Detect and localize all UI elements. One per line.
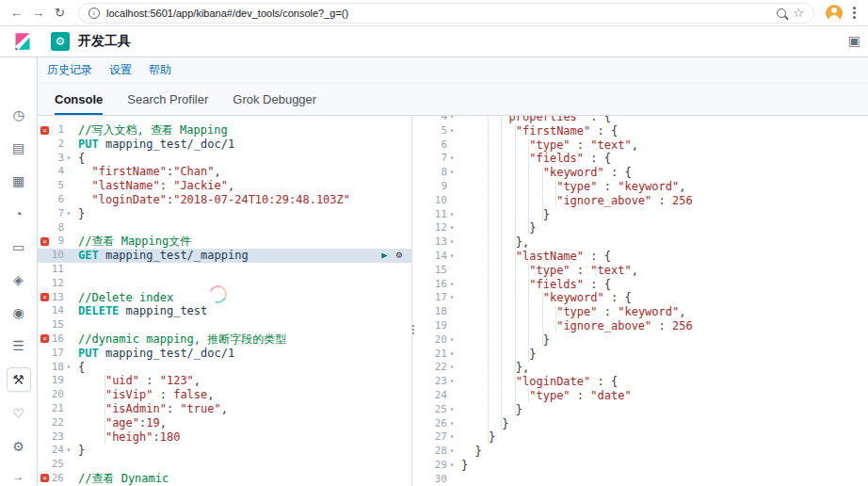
- fold-toggle-icon[interactable]: ▾: [447, 235, 457, 250]
- response-line[interactable]: 12▾ }: [415, 221, 868, 235]
- fold-toggle-icon[interactable]: ▾: [64, 361, 73, 375]
- discover-icon[interactable]: ◷: [8, 104, 30, 126]
- request-line[interactable]: 2PUT mapping_test/_doc/1: [38, 138, 411, 152]
- request-line[interactable]: 24▾}: [38, 444, 411, 458]
- request-line[interactable]: 17PUT mapping_test/_doc/1: [38, 347, 411, 361]
- header-action-icon[interactable]: ▣: [848, 33, 860, 48]
- tab-console[interactable]: Console: [55, 92, 103, 115]
- request-line[interactable]: 4 "firstName":"Chan",: [38, 165, 411, 179]
- request-line[interactable]: 19 "uid" : "123",: [38, 374, 411, 388]
- monitoring-icon[interactable]: ♡: [8, 402, 30, 425]
- request-line[interactable]: 21 "isAdmin": "true",: [38, 402, 411, 416]
- dashboard-icon[interactable]: ▦: [8, 170, 30, 192]
- fold-toggle-icon[interactable]: ▾: [447, 403, 457, 417]
- response-line[interactable]: 7▾ "fields" : {: [415, 152, 868, 166]
- browser-profile-avatar[interactable]: [826, 5, 843, 22]
- fold-toggle-icon[interactable]: ▾: [447, 333, 457, 348]
- fold-toggle-icon[interactable]: ▾: [447, 291, 457, 305]
- request-line[interactable]: 23 "heigh":180: [38, 430, 411, 445]
- fold-toggle-icon[interactable]: ▾: [447, 152, 457, 166]
- response-line[interactable]: 10 "ignore_above" : 256: [415, 194, 868, 208]
- site-info-icon[interactable]: i: [88, 8, 100, 19]
- nav-collapse-icon[interactable]: →: [0, 470, 37, 483]
- tab-grok-debugger[interactable]: Grok Debugger: [233, 92, 316, 115]
- response-line[interactable]: 8▾ "keyword" : {: [415, 166, 868, 180]
- fold-toggle-icon[interactable]: ▾: [447, 208, 457, 222]
- fold-toggle-icon[interactable]: ▾: [447, 375, 457, 389]
- send-request-button[interactable]: ▶: [381, 249, 387, 263]
- request-line[interactable]: 25: [38, 458, 411, 472]
- response-line[interactable]: 5▾ "firstName" : {: [415, 124, 868, 138]
- timelion-icon[interactable]: ◔: [8, 202, 30, 225]
- tab-search-profiler[interactable]: Search Profiler: [127, 92, 208, 115]
- response-line[interactable]: 22▾ },: [415, 361, 868, 375]
- response-line[interactable]: 16▾ "fields" : {: [415, 278, 868, 292]
- response-line[interactable]: 6 "type" : "text",: [415, 138, 868, 153]
- response-line[interactable]: 20▾ }: [415, 333, 868, 348]
- management-icon[interactable]: ⚙: [8, 435, 30, 458]
- request-line[interactable]: 5 "lastName": "Jackie",: [38, 179, 411, 193]
- request-line[interactable]: 22 "age":19,: [38, 416, 411, 430]
- response-line[interactable]: 26▾ }: [415, 417, 868, 431]
- request-line[interactable]: 10GET mapping_test/_mapping▶⚙: [38, 249, 411, 263]
- response-line[interactable]: 14▾ "lastName" : {: [415, 250, 868, 264]
- response-line[interactable]: 21▾ }: [415, 348, 868, 362]
- response-line[interactable]: 25▾ }: [415, 403, 868, 417]
- fold-toggle-icon[interactable]: ▾: [447, 445, 457, 459]
- address-bar[interactable]: i localhost:5601/app/kibana#/dev_tools/c…: [78, 3, 814, 24]
- zoom-icon[interactable]: [777, 8, 786, 18]
- response-line[interactable]: 27▾ }: [415, 430, 868, 445]
- response-line[interactable]: 13▾ },: [415, 235, 868, 250]
- response-pane[interactable]: 4▾ "properties" : {5▾ "firstName" : {6 "…: [415, 116, 868, 486]
- menu-item-help[interactable]: 帮助: [149, 62, 171, 78]
- fold-toggle-icon[interactable]: ▾: [447, 116, 457, 124]
- request-line[interactable]: 14DELETE mapping_test: [38, 304, 411, 318]
- request-line[interactable]: ×1//写入文档, 查看 Mapping: [38, 123, 411, 138]
- response-line[interactable]: 29▾}: [415, 459, 868, 473]
- browser-menu-icon[interactable]: [853, 11, 856, 14]
- kibana-logo-icon[interactable]: [13, 32, 32, 51]
- maps-icon[interactable]: ◈: [8, 268, 30, 291]
- request-line[interactable]: ×16//dynamic mapping, 推断字段的类型: [38, 332, 411, 347]
- bookmark-star-icon[interactable]: ☆: [793, 7, 804, 19]
- response-line[interactable]: 19 "ignore_above" : 256: [415, 319, 868, 333]
- request-line[interactable]: ×9//查看 Mapping文件: [38, 235, 411, 249]
- dev-tools-icon[interactable]: ⚒: [7, 367, 31, 392]
- fold-toggle-icon[interactable]: ▾: [447, 166, 457, 180]
- fold-toggle-icon[interactable]: ▾: [447, 250, 457, 264]
- menu-item-history[interactable]: 历史记录: [47, 62, 92, 78]
- fold-toggle-icon[interactable]: ▾: [64, 152, 73, 166]
- request-line[interactable]: 11: [38, 263, 411, 277]
- response-line[interactable]: 28▾ }: [415, 445, 868, 459]
- fold-toggle-icon[interactable]: ▾: [447, 417, 457, 431]
- request-line[interactable]: 7▾}: [38, 207, 411, 221]
- menu-item-settings[interactable]: 设置: [109, 62, 132, 78]
- fold-toggle-icon[interactable]: ▾: [447, 361, 457, 375]
- fold-toggle-icon[interactable]: ▾: [447, 459, 457, 473]
- request-pane[interactable]: ×1//写入文档, 查看 Mapping2PUT mapping_test/_d…: [38, 116, 411, 486]
- response-line[interactable]: 30: [415, 473, 868, 486]
- fold-toggle-icon[interactable]: ▾: [447, 430, 457, 445]
- fold-toggle-icon[interactable]: ▾: [64, 444, 73, 458]
- fold-toggle-icon[interactable]: ▾: [447, 278, 457, 292]
- request-line[interactable]: 6 "loginDate":"2018-07-24T10:29:48.103Z": [38, 193, 411, 207]
- infrastructure-icon[interactable]: ☰: [8, 334, 30, 357]
- response-line[interactable]: 9 "type" : "keyword",: [415, 180, 868, 194]
- request-line[interactable]: 18▾{: [38, 361, 411, 375]
- response-line[interactable]: 15 "type" : "text",: [415, 264, 868, 278]
- fold-toggle-icon[interactable]: ▾: [64, 207, 73, 221]
- fold-toggle-icon[interactable]: ▾: [447, 221, 457, 235]
- request-line[interactable]: 3▾{: [38, 152, 411, 166]
- browser-reload-icon[interactable]: ↻: [53, 6, 67, 20]
- canvas-icon[interactable]: ▭: [8, 235, 30, 258]
- request-line[interactable]: 20 "isVip" : false,: [38, 388, 411, 402]
- response-line[interactable]: 4▾ "properties" : {: [415, 116, 868, 124]
- request-options-wrench-icon[interactable]: ⚙: [395, 249, 402, 263]
- response-line[interactable]: 11▾ }: [415, 208, 868, 222]
- browser-back-icon[interactable]: ←: [9, 6, 24, 20]
- response-line[interactable]: 18 "type" : "keyword",: [415, 305, 868, 319]
- fold-toggle-icon[interactable]: ▾: [447, 124, 457, 138]
- fold-toggle-icon[interactable]: ▾: [447, 348, 457, 362]
- response-line[interactable]: 23▾ "loginDate" : {: [415, 375, 868, 389]
- machine-learning-icon[interactable]: ◉: [8, 301, 30, 324]
